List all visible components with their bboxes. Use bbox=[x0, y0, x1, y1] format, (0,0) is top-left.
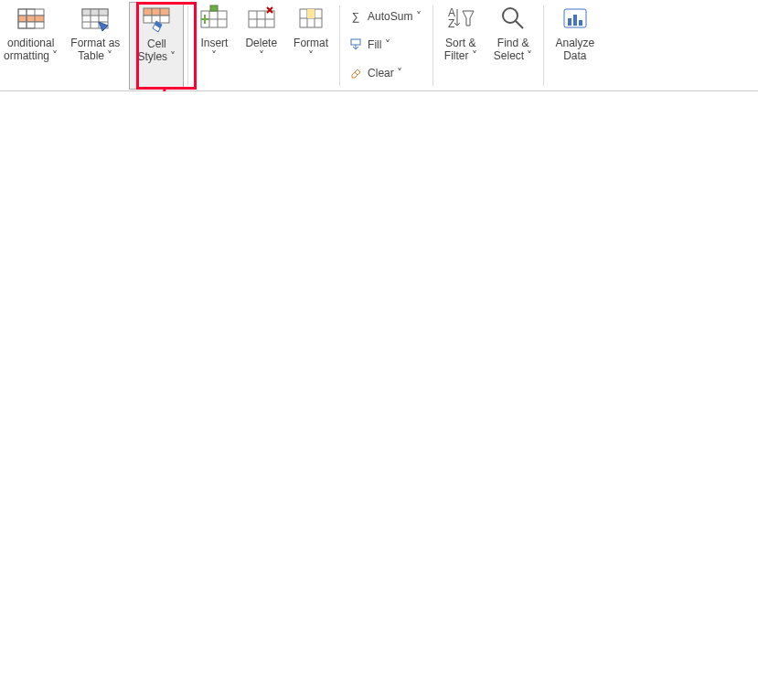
delete-button[interactable]: Delete ˅ bbox=[238, 2, 284, 90]
sort-filter-label: Sort & Filter ˅ bbox=[444, 37, 477, 62]
svg-rect-28 bbox=[351, 39, 360, 45]
analyze-label: Analyze Data bbox=[555, 37, 594, 62]
svg-text:Z: Z bbox=[448, 17, 454, 30]
svg-rect-0 bbox=[18, 9, 44, 16]
format-as-table-button[interactable]: Format as Table ˅ bbox=[63, 2, 127, 90]
clear-button[interactable]: Clear ˅ bbox=[347, 60, 402, 86]
fill-button[interactable]: Fill ˅ bbox=[347, 32, 390, 58]
ribbon-toolbar: onditional ormatting ˅ Format as Table ˅… bbox=[0, 0, 758, 91]
format-icon bbox=[296, 4, 326, 33]
find-select-button[interactable]: Find & Select ˅ bbox=[486, 2, 540, 90]
fill-label: Fill ˅ bbox=[368, 38, 390, 51]
svg-rect-6 bbox=[82, 9, 108, 16]
sigma-icon: ∑ bbox=[347, 8, 364, 25]
svg-rect-2 bbox=[18, 22, 44, 28]
cell-styles-button[interactable]: Cell Styles ˅ bbox=[129, 2, 184, 90]
format-as-table-label: Format as Table ˅ bbox=[70, 37, 120, 62]
cell-styles-label: Cell Styles ˅ bbox=[137, 37, 176, 63]
svg-point-31 bbox=[503, 8, 518, 23]
format-as-table-icon bbox=[80, 4, 110, 33]
analyze-data-button[interactable]: Analyze Data bbox=[548, 2, 602, 90]
conditional-formatting-icon bbox=[16, 4, 46, 33]
autosum-button[interactable]: ∑ AutoSum ˅ bbox=[347, 4, 422, 29]
svg-rect-18 bbox=[210, 5, 218, 11]
cell-styles-icon bbox=[142, 5, 171, 34]
eraser-icon bbox=[347, 65, 364, 81]
sort-filter-button[interactable]: AZ Sort & Filter ˅ bbox=[437, 2, 485, 90]
conditional-formatting-label: onditional ormatting ˅ bbox=[4, 37, 58, 62]
svg-rect-27 bbox=[307, 9, 315, 18]
delete-icon bbox=[247, 4, 276, 33]
analyze-icon bbox=[560, 4, 590, 33]
insert-icon bbox=[199, 4, 229, 33]
svg-rect-35 bbox=[573, 15, 577, 26]
insert-label: Insert ˅ bbox=[200, 37, 228, 62]
svg-rect-10 bbox=[144, 8, 169, 16]
clear-label: Clear ˅ bbox=[368, 67, 402, 80]
sort-filter-icon: AZ bbox=[446, 4, 475, 33]
conditional-formatting-button[interactable]: onditional ormatting ˅ bbox=[0, 2, 61, 90]
autosum-label: AutoSum ˅ bbox=[368, 10, 422, 23]
format-label: Format ˅ bbox=[294, 37, 328, 62]
fill-down-icon bbox=[347, 37, 364, 53]
format-button[interactable]: Format ˅ bbox=[286, 2, 336, 90]
svg-rect-36 bbox=[579, 20, 582, 26]
svg-rect-34 bbox=[568, 18, 571, 26]
insert-button[interactable]: Insert ˅ bbox=[192, 2, 236, 90]
find-select-label: Find & Select ˅ bbox=[494, 37, 533, 62]
find-icon bbox=[498, 4, 528, 33]
editing-group: ∑ AutoSum ˅ Fill ˅ Clear ˅ bbox=[344, 2, 425, 88]
svg-line-32 bbox=[516, 21, 523, 28]
delete-label: Delete ˅ bbox=[245, 37, 277, 62]
svg-rect-1 bbox=[18, 16, 44, 22]
